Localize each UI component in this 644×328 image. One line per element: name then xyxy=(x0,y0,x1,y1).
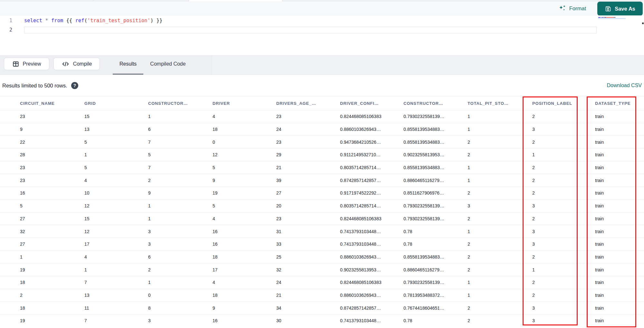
table-cell: 5 xyxy=(213,165,276,170)
overview-ruler-mark xyxy=(642,23,644,24)
line-number-1: 1 xyxy=(3,17,12,24)
table-cell: 24 xyxy=(276,127,340,132)
table-cell: 27 xyxy=(20,216,84,221)
table-cell: train xyxy=(595,165,644,170)
table-cell: 0.9023255813953… xyxy=(403,152,468,157)
table-cell: 18 xyxy=(20,280,84,285)
table-cell: 2 xyxy=(532,165,595,170)
download-csv-link[interactable]: Download CSV xyxy=(607,75,642,96)
table-cell: 0.8860103626943… xyxy=(340,293,403,298)
table-cell: 23 xyxy=(20,165,84,170)
results-toolbar: Preview Compile ResultsCompiled Code xyxy=(0,55,644,75)
column-header: DRIVER xyxy=(213,101,276,106)
table-cell: train xyxy=(595,305,644,311)
table-cell: 4 xyxy=(213,280,276,285)
sparkles-icon xyxy=(558,5,566,13)
table-cell: 0.824468085106383 xyxy=(340,114,403,119)
table-cell: 19 xyxy=(20,267,84,272)
editor-minimap[interactable] xyxy=(598,17,643,36)
table-cell: 2 xyxy=(148,267,213,272)
active-line-highlight xyxy=(24,27,597,33)
table-cell: 2 xyxy=(468,254,532,260)
table-cell: 0.7930232558139… xyxy=(403,280,468,285)
table-cell: 1 xyxy=(148,216,213,221)
table-row: 181189340.8742857142857…0.7674418604651…… xyxy=(0,301,644,314)
table-cell: 0.78 xyxy=(403,241,468,247)
preview-button[interactable]: Preview xyxy=(4,58,49,70)
table-cell: 7 xyxy=(148,165,213,170)
table-cell: 15 xyxy=(84,216,148,221)
table-cell: 22 xyxy=(20,140,84,145)
table-cell: 2 xyxy=(468,190,532,196)
table-cell: 9 xyxy=(148,190,213,196)
table-cell: 2 xyxy=(468,318,532,323)
table-cell: 19 xyxy=(20,318,84,323)
table-cell: 2 xyxy=(532,140,595,145)
table-cell: 2 xyxy=(468,152,532,157)
column-header: TOTAL_PIT_STO… xyxy=(468,101,532,106)
table-cell: 1 xyxy=(468,127,532,132)
table-cell: 6 xyxy=(148,254,213,260)
table-cell: 3 xyxy=(148,318,213,323)
table-cell: 0.8860465116279… xyxy=(403,267,468,272)
table-cell: train xyxy=(595,318,644,323)
table-cell: 9 xyxy=(20,127,84,132)
table-cell: 4 xyxy=(84,254,148,260)
format-button[interactable]: Format xyxy=(558,1,586,15)
table-cell: 12 xyxy=(84,203,148,208)
table-cell: 18 xyxy=(213,254,276,260)
table-cell: 11 xyxy=(84,305,148,311)
table-cell: train xyxy=(595,267,644,272)
table-cell: train xyxy=(595,140,644,145)
table-cell: 12 xyxy=(213,152,276,157)
table-cell: 28 xyxy=(20,152,84,157)
table-row: 1610919270.9171974522292…0.8511627906976… xyxy=(0,187,644,199)
tab-compiled-code[interactable]: Compiled Code xyxy=(143,56,192,72)
table-cell: 3 xyxy=(468,203,532,208)
table-cell: 23 xyxy=(276,114,340,119)
table-cell: 17 xyxy=(213,267,276,272)
table-cell: 32 xyxy=(20,229,84,234)
table-row: 22570230.9473684210526…0.8558139534883…2… xyxy=(0,135,644,148)
table-cell: train xyxy=(595,114,644,119)
code-line-1[interactable]: select * from {{ ref('train_test_positio… xyxy=(24,17,162,24)
table-cell: 2 xyxy=(468,305,532,311)
table-cell: 16 xyxy=(213,318,276,323)
table-cell: 2 xyxy=(532,114,595,119)
table-header-row: CIRCUIT_NAMEGRIDCONSTRUCTOR…DRIVERDRIVER… xyxy=(0,96,644,110)
help-icon[interactable]: ? xyxy=(71,82,78,89)
table-cell: train xyxy=(595,203,644,208)
table-cell: 8 xyxy=(148,305,213,311)
compile-button[interactable]: Compile xyxy=(53,58,100,70)
table-cell: train xyxy=(595,254,644,260)
table-cell: train xyxy=(595,293,644,298)
table-cell: 21 xyxy=(276,293,340,298)
table-row: 3212316310.7413793103448…0.7813train xyxy=(0,225,644,238)
table-cell: 2 xyxy=(468,241,532,247)
table-row: 913618240.8860103626943…0.8558139534883…… xyxy=(0,123,644,136)
table-cell: 27 xyxy=(20,241,84,247)
table-cell: 2 xyxy=(532,254,595,260)
table-cell: 0.8742857142857… xyxy=(340,305,403,311)
table-cell: 1 xyxy=(148,280,213,285)
tab-results[interactable]: Results xyxy=(113,56,143,72)
table-cell: 3 xyxy=(532,229,595,234)
table-cell: 0.7930232558139… xyxy=(403,216,468,221)
table-cell: 2 xyxy=(468,216,532,221)
sql-code-editor[interactable]: 1 2 select * from {{ ref('train_test_pos… xyxy=(0,15,644,55)
table-cell: 15 xyxy=(84,114,148,119)
table-cell: 7 xyxy=(148,140,213,145)
save-as-button[interactable]: Save As xyxy=(597,2,643,16)
results-tabs: ResultsCompiled Code xyxy=(113,56,193,75)
table-cell: 32 xyxy=(276,267,340,272)
table-cell: 0.8860103626943… xyxy=(340,127,403,132)
table-cell: 5 xyxy=(84,165,148,170)
table-cell: 16 xyxy=(213,241,276,247)
table-cell: 2 xyxy=(468,140,532,145)
table-cell: 0.8035714285714… xyxy=(340,165,403,170)
table-cell: 39 xyxy=(276,178,340,183)
table-cell: 4 xyxy=(213,114,276,119)
column-header: GRID xyxy=(84,101,148,106)
table-cell: 2 xyxy=(532,178,595,183)
table-cell: 0.8558139534883… xyxy=(403,127,468,132)
